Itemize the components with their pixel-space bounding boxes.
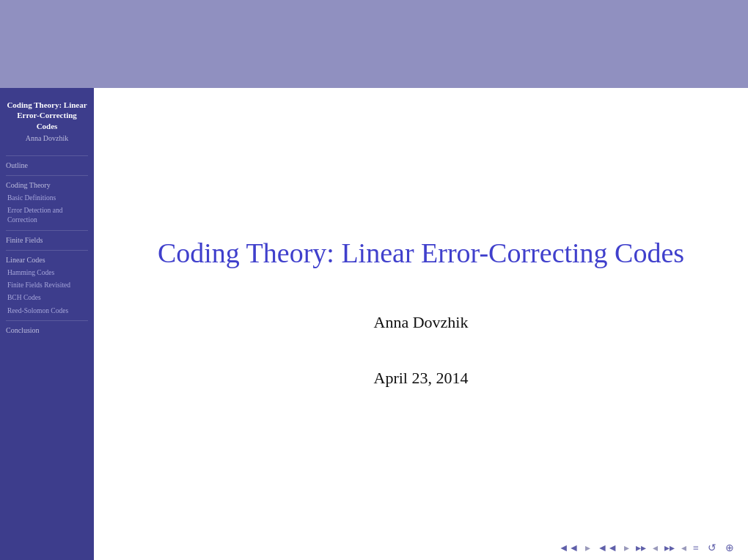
top-banner <box>0 0 748 88</box>
nav-first-icon[interactable]: ◄◄ <box>557 541 582 556</box>
nav-sep-1: ▸ <box>585 542 590 554</box>
nav-sep-2: ▸ <box>624 542 629 554</box>
nav-last-icon[interactable]: ▸▸ <box>662 540 677 556</box>
sidebar-item-hamming-codes[interactable]: Hamming Codes <box>0 267 94 279</box>
sidebar-header: Coding Theory: Linear Error-Correcting C… <box>0 95 94 152</box>
sidebar-divider-2 <box>6 175 88 176</box>
nav-align-icon[interactable]: ≡ <box>691 541 701 556</box>
content-area: Coding Theory: Linear Error-Correcting C… <box>0 88 748 560</box>
nav-bar: ◄◄ ▸ ◄◄ ▸ ▸▸ ◂ ▸▸ ◂ ≡ ↺ ⊕ <box>94 536 748 560</box>
sidebar-author: Anna Dovzhik <box>6 134 88 142</box>
sidebar-item-conclusion[interactable]: Conclusion <box>0 324 94 337</box>
nav-sep-3: ◂ <box>653 542 658 554</box>
sidebar-item-basic-definitions[interactable]: Basic Definitions <box>0 192 94 205</box>
sidebar-item-coding-theory[interactable]: Coding Theory <box>0 179 94 192</box>
slide-author: Anna Dovzhik <box>374 313 469 332</box>
slide-title: Coding Theory: Linear Error-Correcting C… <box>158 237 684 269</box>
slide-date: April 23, 2014 <box>374 369 469 388</box>
nav-refresh-icon[interactable]: ↺ <box>705 540 719 556</box>
sidebar-item-finite-fields[interactable]: Finite Fields <box>0 234 94 247</box>
sidebar-divider-1 <box>6 155 88 156</box>
sidebar-divider-3 <box>6 230 88 231</box>
nav-prev-section-icon[interactable]: ◄◄ <box>595 541 620 556</box>
nav-zoom-icon[interactable]: ⊕ <box>723 540 736 556</box>
slide-content: Coding Theory: Linear Error-Correcting C… <box>94 88 748 536</box>
sidebar-item-error-detection[interactable]: Error Detection and Correction <box>0 205 94 227</box>
sidebar-item-linear-codes[interactable]: Linear Codes <box>0 254 94 267</box>
sidebar-item-outline[interactable]: Outline <box>0 159 94 172</box>
sidebar: Coding Theory: Linear Error-Correcting C… <box>0 88 94 560</box>
sidebar-divider-5 <box>6 320 88 321</box>
sidebar-item-bch-codes[interactable]: BCH Codes <box>0 292 94 304</box>
main-content: Coding Theory: Linear Error-Correcting C… <box>94 88 748 560</box>
sidebar-divider-4 <box>6 250 88 251</box>
sidebar-title: Coding Theory: Linear Error-Correcting C… <box>6 100 88 131</box>
nav-next-section-icon[interactable]: ▸▸ <box>634 540 648 556</box>
nav-sep-4: ◂ <box>681 542 686 554</box>
sidebar-item-finite-fields-revisited[interactable]: Finite Fields Revisited <box>0 279 94 292</box>
sidebar-item-reed-solomon[interactable]: Reed-Solomon Codes <box>0 305 94 317</box>
